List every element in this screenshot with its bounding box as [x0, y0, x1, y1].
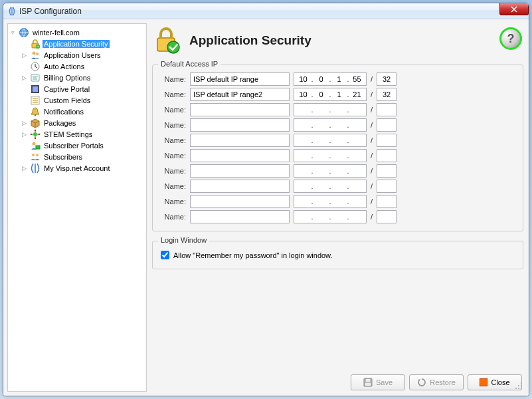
- ip-access-row: Name:.../: [159, 149, 516, 162]
- ip-access-row: Name:.../: [159, 134, 516, 147]
- ip-address-input[interactable]: ...: [294, 149, 367, 162]
- restore-button[interactable]: Restore: [409, 374, 464, 390]
- ip-name-input[interactable]: [190, 118, 290, 132]
- window-close-button[interactable]: [499, 3, 529, 15]
- cidr-mask-input[interactable]: [377, 180, 397, 193]
- cidr-slash: /: [371, 136, 373, 144]
- cidr-slash: /: [371, 121, 373, 129]
- ip-address-input[interactable]: ...: [294, 210, 367, 223]
- tree-item[interactable]: Auto Actions: [9, 61, 145, 72]
- cidr-mask-input[interactable]: [377, 210, 397, 223]
- ip-name-input[interactable]: [190, 88, 290, 101]
- tree-item[interactable]: Notifications: [9, 106, 145, 117]
- ip-access-row: Name:10.0.1.21/: [159, 88, 516, 101]
- lock-green-icon: [30, 39, 41, 49]
- ip-access-row: Name:.../: [159, 180, 516, 193]
- cidr-slash: /: [371, 213, 373, 221]
- package-icon: [30, 118, 41, 128]
- svg-rect-24: [366, 379, 370, 382]
- cidr-slash: /: [371, 198, 373, 205]
- sub-portal-icon: [30, 140, 41, 151]
- cidr-mask-input[interactable]: [377, 134, 397, 147]
- name-label: Name:: [159, 75, 186, 83]
- remember-password-checkbox[interactable]: [161, 251, 169, 259]
- remember-password-label[interactable]: Allow "Remember my password" in login wi…: [173, 251, 333, 259]
- expand-icon[interactable]: [21, 85, 28, 92]
- svg-point-19: [36, 154, 39, 156]
- tree-item[interactable]: Application Security: [9, 38, 145, 49]
- svg-point-18: [32, 154, 35, 156]
- ip-name-input[interactable]: [190, 180, 290, 193]
- tree-item-label: Captive Portal: [43, 85, 91, 93]
- ip-address-input[interactable]: ...: [294, 118, 367, 132]
- cidr-mask-input[interactable]: [377, 164, 397, 178]
- tree-item-label: My Visp.net Account: [43, 164, 111, 172]
- resize-grip-icon[interactable]: [515, 382, 523, 390]
- cidr-mask-input[interactable]: [377, 72, 397, 86]
- tree-item-label: Notifications: [43, 108, 85, 116]
- name-label: Name:: [159, 213, 186, 221]
- page-title: Application Security: [189, 33, 311, 48]
- cidr-mask-input[interactable]: [377, 88, 397, 101]
- tree-item[interactable]: ▷Billing Options: [9, 72, 145, 83]
- svg-point-3: [33, 51, 36, 55]
- expand-icon[interactable]: ▷: [21, 74, 28, 81]
- main-panel: Application Security ? Default Access IP…: [151, 23, 525, 392]
- cidr-mask-input[interactable]: [377, 195, 397, 208]
- ip-address-input[interactable]: 10.0.1.21: [294, 88, 367, 101]
- tree-item[interactable]: Captive Portal: [9, 83, 145, 94]
- restore-label: Restore: [430, 378, 456, 386]
- ip-name-input[interactable]: [190, 134, 290, 147]
- ip-access-row: Name:.../: [159, 164, 516, 178]
- expand-icon[interactable]: [21, 153, 28, 160]
- close-button[interactable]: Close: [468, 374, 522, 390]
- ip-address-input[interactable]: ...: [294, 195, 367, 208]
- tree-item[interactable]: ▷STEM Settings: [9, 128, 145, 140]
- ip-name-input[interactable]: [190, 103, 290, 116]
- cidr-mask-input[interactable]: [377, 103, 397, 116]
- ip-address-input[interactable]: ...: [294, 164, 367, 178]
- name-label: Name:: [159, 198, 186, 205]
- cidr-mask-input[interactable]: [377, 149, 397, 162]
- expand-icon[interactable]: ▷: [21, 119, 28, 126]
- expand-icon[interactable]: [21, 142, 28, 149]
- tree-item[interactable]: Custom Fields: [9, 94, 145, 106]
- save-button[interactable]: Save: [351, 374, 405, 390]
- ip-name-input[interactable]: [190, 195, 290, 208]
- cidr-slash: /: [371, 182, 373, 190]
- expand-icon[interactable]: ▿: [9, 29, 17, 36]
- expand-icon[interactable]: [21, 108, 28, 115]
- ip-address-input[interactable]: ...: [294, 103, 367, 116]
- tree-item[interactable]: ▷Packages: [9, 117, 145, 128]
- svg-rect-17: [36, 146, 40, 149]
- ip-name-input[interactable]: [190, 149, 290, 162]
- cidr-mask-input[interactable]: [377, 118, 397, 132]
- ip-address-input[interactable]: 10.0.1.55: [294, 72, 367, 86]
- svg-point-15: [39, 133, 40, 134]
- ip-address-input[interactable]: ...: [294, 180, 367, 193]
- tree-item[interactable]: ▷Application Users: [9, 49, 145, 61]
- tree-item[interactable]: Subscriber Portals: [9, 140, 145, 151]
- ip-address-input[interactable]: ...: [294, 134, 367, 147]
- ip-name-input[interactable]: [190, 164, 290, 178]
- name-label: Name:: [159, 121, 186, 129]
- nav-tree[interactable]: ▿ winter-fell.com Application Security▷A…: [7, 23, 147, 392]
- svg-point-13: [35, 137, 36, 138]
- expand-icon[interactable]: [21, 40, 28, 47]
- expand-icon[interactable]: [21, 63, 28, 70]
- tree-item-label: Custom Fields: [43, 96, 92, 104]
- expand-icon[interactable]: ▷: [21, 164, 28, 172]
- ip-name-input[interactable]: [190, 72, 290, 86]
- portal-icon: [30, 84, 41, 94]
- tree-item[interactable]: ▷My Visp.net Account: [9, 162, 145, 174]
- tree-root[interactable]: ▿ winter-fell.com: [9, 27, 145, 38]
- titlebar[interactable]: ISP Configuration: [3, 3, 529, 19]
- expand-icon[interactable]: ▷: [21, 130, 28, 138]
- ip-name-input[interactable]: [190, 210, 290, 223]
- expand-icon[interactable]: ▷: [21, 51, 28, 59]
- tree-item[interactable]: Subscribers: [9, 151, 145, 162]
- expand-icon[interactable]: [21, 96, 28, 104]
- help-button[interactable]: ?: [499, 27, 522, 50]
- billing-icon: [30, 72, 41, 83]
- ip-access-row: Name:.../: [159, 118, 516, 132]
